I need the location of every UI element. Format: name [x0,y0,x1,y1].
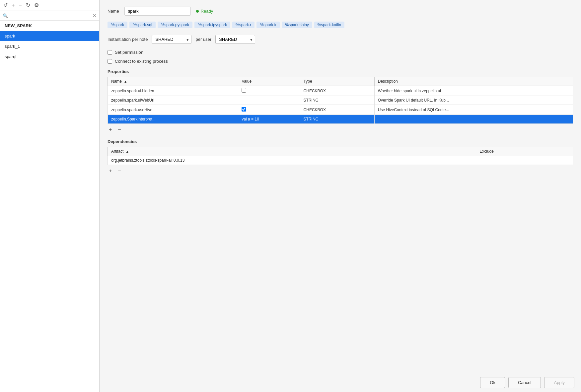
instantiation-select[interactable]: SHARED SCOPED ISOLATED [152,35,191,44]
content-panel: Name Ready %spark%spark.sql%spark.pyspar… [100,0,581,392]
content-body: Name Ready %spark%spark.sql%spark.pyspar… [100,0,581,373]
ok-button[interactable]: Ok [480,377,505,388]
col-type[interactable]: Type [300,77,374,86]
minus-icon[interactable]: − [19,3,22,8]
deps-add-remove: + − [108,168,573,174]
col-value[interactable]: Value [238,77,300,86]
col-name[interactable]: Name ▲ [108,77,238,86]
tag-spark_ir: %spark.ir [256,22,280,28]
prop-type-cell: CHECKBOX [300,86,374,96]
prop-name-cell: zeppelin.spark.uiWebUrl [108,96,238,105]
per-user-select[interactable]: SHARED SCOPED ISOLATED [215,35,255,44]
prop-value-checkbox[interactable] [242,107,246,112]
sidebar-item-sparql[interactable]: sparql [0,51,99,62]
header-row: Name Ready [108,7,573,16]
set-permission-label: Set permission [115,50,143,55]
properties-add-remove: + − [108,126,573,133]
table-row[interactable]: zeppelin.spark.useHive...CHECKBOXUse Hiv… [108,105,573,115]
dep-exclude-cell [476,156,573,165]
tag-spark_ipyspark: %spark.ipyspark [194,22,230,28]
search-bar: 🔍 spa ✕ [0,11,99,21]
cancel-button[interactable]: Cancel [508,377,541,388]
tag-spark_shiny: %spark.shiny [282,22,312,28]
set-permission-row: Set permission [108,50,573,55]
tag-spark_r: %spark.r [232,22,254,28]
prop-value-cell [238,96,300,105]
prop-type-cell: STRING [300,115,374,124]
add-icon[interactable]: + [12,3,15,8]
per-user-select-wrapper: SHARED SCOPED ISOLATED [215,35,255,44]
status-label: Ready [201,9,213,14]
connect-existing-label: Connect to existing process [115,59,168,64]
connect-existing-row: Connect to existing process [108,59,573,64]
prop-type-cell: STRING [300,96,374,105]
prop-name-cell: zeppelin.SparkInterpret... [108,115,238,124]
dependencies-table: Artifact ▲ Exclude org.jetbrains.ztools:… [108,147,573,165]
set-permission-checkbox[interactable] [108,50,112,55]
tag-spark_kotlin: %spark.kotlin [314,22,344,28]
col-description[interactable]: Description [374,77,573,86]
search-icon: 🔍 [3,13,8,18]
sidebar: ↺ + − ↻ ⚙ 🔍 spa ✕ NEW_SPARKsparkspark_1s… [0,0,100,392]
sidebar-item-spark_1[interactable]: spark_1 [0,41,99,51]
name-input[interactable] [124,7,191,16]
prop-name-cell: zeppelin.spark.ui.hidden [108,86,238,96]
table-row[interactable]: zeppelin.spark.uiWebUrlSTRINGOverride Sp… [108,96,573,105]
status-dot [196,10,199,13]
sidebar-item-spark[interactable]: spark [0,31,99,41]
instantiation-label: Instantiation per note [108,37,148,42]
sidebar-item-NEW_SPARK[interactable]: NEW_SPARK [0,21,99,31]
sidebar-toolbar: ↺ + − ↻ ⚙ [0,0,99,11]
prop-value-cell [238,86,300,96]
tags-row: %spark%spark.sql%spark.pyspark%spark.ipy… [108,22,573,28]
reload-icon[interactable]: ↻ [26,3,30,8]
main-layout: ↺ + − ↻ ⚙ 🔍 spa ✕ NEW_SPARKsparkspark_1s… [0,0,581,392]
prop-type-cell: CHECKBOX [300,105,374,115]
deps-add-btn[interactable]: + [108,168,113,174]
tag-spark: %spark [108,22,127,28]
col-artifact[interactable]: Artifact ▲ [108,147,476,156]
instantiation-row: Instantiation per note SHARED SCOPED ISO… [108,35,573,44]
dependencies-section: Dependencies Artifact ▲ Exclude org.jetb… [108,139,573,174]
prop-name-cell: zeppelin.spark.useHive... [108,105,238,115]
tag-spark_sql: %spark.sql [129,22,156,28]
sidebar-list: NEW_SPARKsparkspark_1sparql [0,21,99,392]
per-user-label: per user [195,37,211,42]
table-row[interactable]: org.jetbrains.ztools:ztools-spark-all:0.… [108,156,573,165]
properties-table: Name ▲ Value Type Description zeppelin.s… [108,77,573,124]
refresh-icon[interactable]: ↺ [3,3,8,8]
table-row[interactable]: zeppelin.SparkInterpret...val a = 10STRI… [108,115,573,124]
properties-title: Properties [108,69,573,74]
deps-remove-btn[interactable]: − [116,168,122,174]
search-clear-icon[interactable]: ✕ [93,13,97,18]
search-input[interactable]: spa [10,13,91,18]
prop-description-cell: Whether hide spark ui in zeppelin ui [374,86,573,96]
properties-remove-btn[interactable]: − [116,126,122,133]
prop-description-cell: Use HiveContext instead of SQLConte... [374,105,573,115]
dependencies-title: Dependencies [108,139,573,144]
apply-button[interactable]: Apply [544,377,574,388]
col-exclude[interactable]: Exclude [476,147,573,156]
prop-description-cell: Override Spark UI default URL. In Kub... [374,96,573,105]
status-badge: Ready [196,9,213,14]
footer: Ok Cancel Apply [100,373,581,392]
connect-existing-checkbox[interactable] [108,59,112,64]
prop-value-cell [238,105,300,115]
prop-value-checkbox[interactable] [242,88,246,93]
name-label: Name [108,9,119,14]
properties-add-btn[interactable]: + [108,126,113,133]
prop-value-cell[interactable]: val a = 10 [238,115,300,124]
instantiation-select-wrapper: SHARED SCOPED ISOLATED [152,35,191,44]
settings-icon[interactable]: ⚙ [34,3,39,8]
properties-section: Properties Name ▲ Value Type Description… [108,69,573,133]
prop-description-cell [374,115,573,124]
tag-spark_pyspark: %spark.pyspark [158,22,192,28]
table-row[interactable]: zeppelin.spark.ui.hiddenCHECKBOXWhether … [108,86,573,96]
dep-artifact-cell: org.jetbrains.ztools:ztools-spark-all:0.… [108,156,476,165]
